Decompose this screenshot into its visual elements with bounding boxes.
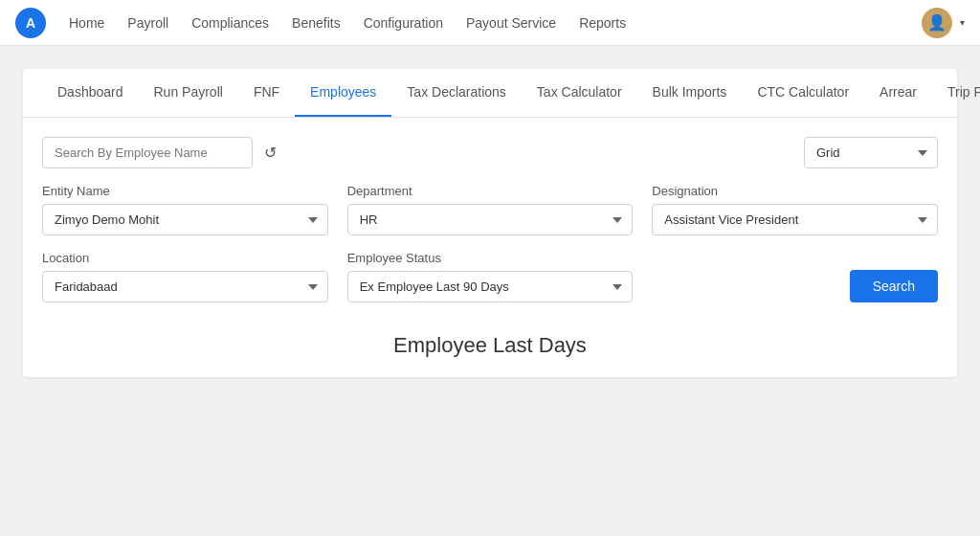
tab-arrear[interactable]: Arrear [864, 69, 932, 117]
entity-name-group: Entity Name Zimyo Demo Mohit [42, 184, 328, 235]
filter-row-2: Location Faridabaad Employee Status Ex E… [42, 251, 938, 302]
filter-area: ↺ Grid List Entity Name Zimyo Demo Mohit [23, 118, 957, 322]
designation-group: Designation Assistant Vice President [652, 184, 938, 235]
search-button[interactable]: Search [850, 270, 938, 302]
logo[interactable]: A [15, 8, 46, 38]
entity-name-label: Entity Name [42, 184, 328, 198]
entity-name-select[interactable]: Zimyo Demo Mohit [42, 204, 328, 235]
nav-benefits[interactable]: Benefits [292, 15, 341, 31]
tab-bulk-imports[interactable]: Bulk Imports [637, 69, 743, 117]
employee-status-label: Employee Status [347, 251, 634, 265]
nav-compliances[interactable]: Compliances [191, 15, 269, 31]
department-group: Department HR [347, 184, 634, 235]
logo-text: A [26, 15, 35, 31]
nav-reports[interactable]: Reports [579, 15, 626, 31]
main-content: Dashboard Run Payroll FNF Employees Tax … [0, 46, 980, 400]
topnav-right: 👤 ▾ [922, 8, 965, 38]
tab-employees[interactable]: Employees [295, 69, 391, 117]
search-input-wrap [42, 137, 253, 168]
search-button-group: Search [652, 270, 938, 302]
nav-configuration[interactable]: Configuration [364, 15, 443, 31]
tab-tax-calculator[interactable]: Tax Calculator [522, 69, 637, 117]
tab-fnf[interactable]: FNF [238, 69, 295, 117]
employee-status-group: Employee Status Ex Employee Last 90 Days… [347, 251, 634, 302]
view-select-wrap: Grid List [804, 137, 938, 168]
tab-trip-pay[interactable]: Trip Pay [932, 69, 980, 117]
filter-row-1: Entity Name Zimyo Demo Mohit Department … [42, 184, 938, 235]
avatar-chevron-icon[interactable]: ▾ [960, 17, 965, 28]
location-select[interactable]: Faridabaad [42, 271, 328, 302]
nav-home[interactable]: Home [69, 15, 104, 31]
tab-dashboard[interactable]: Dashboard [42, 69, 139, 117]
department-label: Department [347, 184, 634, 198]
nav-payroll[interactable]: Payroll [127, 15, 168, 31]
tab-run-payroll[interactable]: Run Payroll [139, 69, 238, 117]
reset-button[interactable]: ↺ [264, 144, 277, 162]
tabs-bar: Dashboard Run Payroll FNF Employees Tax … [23, 69, 957, 118]
topnav-links: Home Payroll Compliances Benefits Config… [69, 15, 899, 31]
topnav: A Home Payroll Compliances Benefits Conf… [0, 0, 980, 46]
employee-status-select[interactable]: Ex Employee Last 90 Days Active Inactive [347, 271, 634, 302]
avatar[interactable]: 👤 [922, 8, 952, 38]
search-input[interactable] [42, 137, 253, 168]
main-card: Dashboard Run Payroll FNF Employees Tax … [23, 69, 957, 377]
department-select[interactable]: HR [347, 204, 634, 235]
search-row: ↺ Grid List [42, 137, 938, 168]
page-heading: Employee Last Days [23, 322, 957, 377]
nav-payout-service[interactable]: Payout Service [466, 15, 556, 31]
view-select[interactable]: Grid List [804, 137, 938, 168]
location-group: Location Faridabaad [42, 251, 328, 302]
tab-ctc-calculator[interactable]: CTC Calculator [742, 69, 864, 117]
location-label: Location [42, 251, 328, 265]
tab-tax-declarations[interactable]: Tax Declarations [391, 69, 522, 117]
designation-select[interactable]: Assistant Vice President [652, 204, 938, 235]
designation-label: Designation [652, 184, 938, 198]
